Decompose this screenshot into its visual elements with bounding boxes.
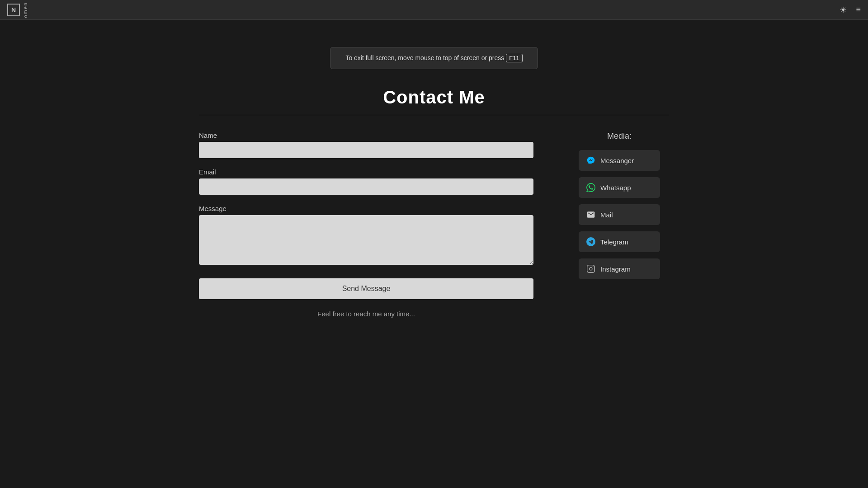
whatsapp-label: Whatsapp	[600, 184, 631, 192]
whatsapp-button[interactable]: Whatsapp	[579, 177, 660, 198]
message-group: Message	[199, 205, 533, 267]
banner-text: To exit full screen, move mouse to top o…	[345, 54, 504, 61]
message-textarea[interactable]	[199, 215, 533, 265]
f11-key: F11	[506, 54, 522, 62]
navbar: N omen ☀ ≡	[0, 0, 868, 20]
telegram-label: Telegram	[600, 238, 628, 246]
form-section: Name Email Message Send Message Feel fre…	[199, 131, 533, 318]
whatsapp-icon	[586, 183, 596, 192]
logo-letter: N	[11, 6, 16, 14]
mail-button[interactable]: Mail	[579, 204, 660, 225]
menu-icon[interactable]: ≡	[856, 5, 861, 14]
email-group: Email	[199, 168, 533, 195]
telegram-icon	[586, 237, 596, 247]
email-input[interactable]	[199, 178, 533, 195]
navbar-icons: ☀ ≡	[840, 5, 861, 15]
svg-rect-1	[587, 265, 595, 273]
messenger-icon	[586, 155, 596, 165]
mail-icon	[586, 210, 596, 220]
instagram-label: Instagram	[600, 265, 631, 273]
instagram-icon	[586, 264, 596, 274]
main-content: Contact Me Name Email Message Send Messa…	[163, 69, 705, 336]
logo-text: omen	[23, 2, 28, 18]
fullscreen-banner: To exit full screen, move mouse to top o…	[330, 47, 538, 69]
svg-point-0	[590, 267, 592, 270]
media-section: Media: Messanger Whatsapp Mail	[570, 131, 669, 279]
footer-text: Feel free to reach me any time...	[199, 310, 533, 318]
messenger-button[interactable]: Messanger	[579, 150, 660, 171]
instagram-button[interactable]: Instagram	[579, 258, 660, 279]
messenger-label: Messanger	[600, 157, 634, 164]
telegram-button[interactable]: Telegram	[579, 231, 660, 252]
contact-layout: Name Email Message Send Message Feel fre…	[199, 131, 669, 318]
logo[interactable]: N omen	[7, 2, 28, 18]
media-title: Media:	[607, 131, 632, 141]
logo-box: N	[7, 4, 20, 16]
page-title: Contact Me	[199, 87, 669, 108]
divider	[199, 115, 669, 115]
name-input[interactable]	[199, 142, 533, 158]
name-label: Name	[199, 131, 533, 139]
mail-label: Mail	[600, 211, 613, 219]
send-button[interactable]: Send Message	[199, 278, 533, 299]
svg-point-2	[593, 266, 594, 267]
name-group: Name	[199, 131, 533, 158]
sun-icon[interactable]: ☀	[840, 5, 847, 15]
message-label: Message	[199, 205, 533, 212]
email-label: Email	[199, 168, 533, 176]
